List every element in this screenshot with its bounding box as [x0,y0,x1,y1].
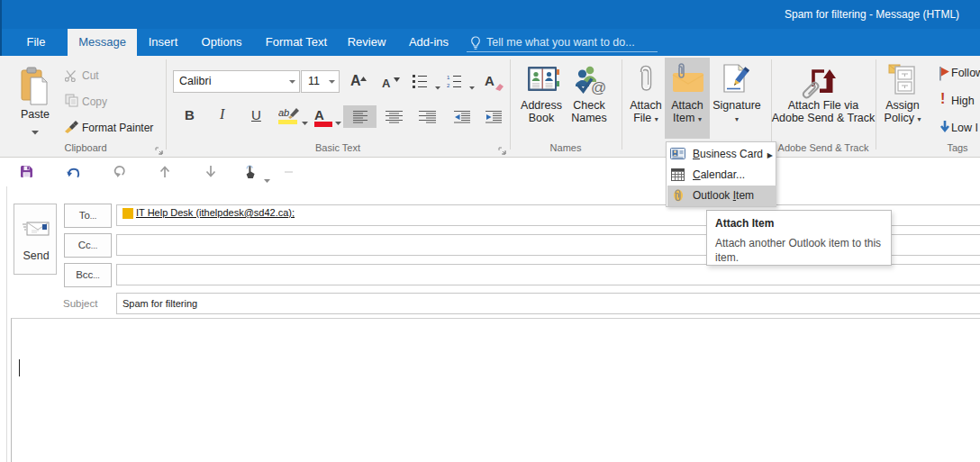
svg-text:1: 1 [447,75,450,80]
svg-text:ab: ab [278,107,289,118]
svg-text:@: @ [591,79,606,95]
svg-text:2: 2 [447,83,450,88]
